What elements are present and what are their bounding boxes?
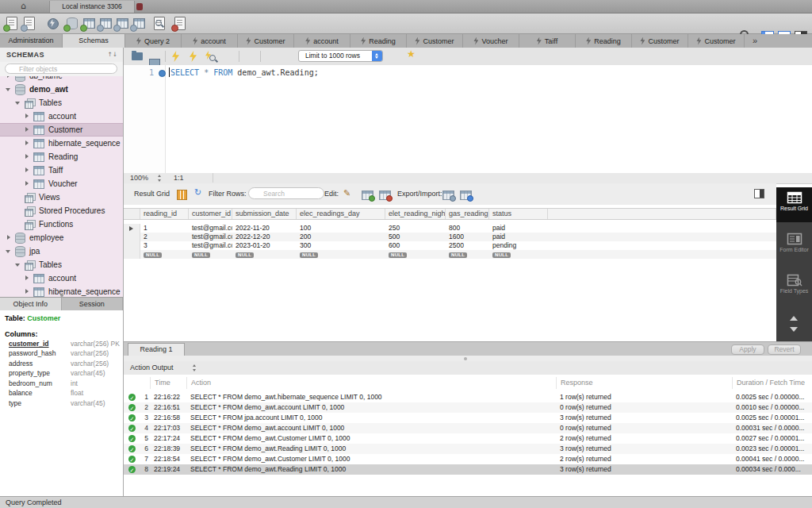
home-icon[interactable]: ⌂ bbox=[21, 1, 26, 11]
collapse-icon[interactable] bbox=[15, 99, 22, 106]
col-reading-id[interactable]: reading_id bbox=[140, 209, 189, 219]
collapse-icon[interactable] bbox=[15, 261, 22, 268]
delete-row-icon[interactable] bbox=[379, 190, 391, 200]
collapse-panel-chevrons-icon[interactable] bbox=[787, 314, 800, 333]
action-row-5[interactable]: ✓522:17:24SELECT * FROM demo_awt.Custome… bbox=[124, 433, 812, 444]
panel-item-field-types[interactable]: Field Types bbox=[776, 270, 812, 306]
tree-item-employee[interactable]: employee bbox=[0, 231, 123, 244]
action-row-8[interactable]: ✓822:19:24SELECT * FROM demo_awt.Reading… bbox=[124, 464, 812, 475]
collapse-icon[interactable] bbox=[6, 86, 13, 93]
apply-button[interactable]: Apply bbox=[731, 344, 764, 355]
schema-filter-input[interactable] bbox=[5, 64, 117, 74]
inspector-icon[interactable] bbox=[46, 17, 60, 30]
tab-reading-1[interactable]: Reading bbox=[350, 34, 407, 48]
tree-item-jpa-tables[interactable]: Tables bbox=[0, 258, 123, 271]
result-filter-input[interactable] bbox=[248, 187, 324, 199]
sql-statement[interactable]: SELECT * FROM demo_awt.Reading; bbox=[170, 68, 319, 77]
open-file-icon[interactable] bbox=[132, 52, 143, 60]
import-records-icon[interactable] bbox=[460, 190, 472, 200]
insert-row-icon[interactable] bbox=[362, 190, 373, 200]
toggle-grid-panel-icon[interactable] bbox=[754, 189, 764, 198]
tab-account-2[interactable]: account bbox=[294, 34, 350, 48]
tab-administration[interactable]: Administration bbox=[0, 34, 63, 48]
refresh-icon[interactable]: ↻ bbox=[194, 187, 201, 198]
tree-item-demo-awt[interactable]: demo_awt bbox=[0, 83, 123, 96]
action-row-4[interactable]: ✓422:17:03SELECT * FROM demo_awt.account… bbox=[124, 423, 812, 433]
col-gas-reading[interactable]: gas_reading bbox=[446, 209, 489, 219]
grid-row-2[interactable]: 2test@gmail.com 2022-12-20200 5001600 pa… bbox=[124, 233, 776, 241]
expand-icon[interactable] bbox=[24, 113, 31, 120]
explain-query-icon[interactable] bbox=[205, 51, 211, 60]
action-row-7[interactable]: ✓722:18:54SELECT * FROM demo_awt.Custome… bbox=[124, 454, 812, 464]
collapse-icon[interactable] bbox=[6, 248, 13, 255]
expand-icon[interactable] bbox=[24, 288, 31, 295]
action-row-2[interactable]: ✓222:16:51SELECT * FROM demo_awt.account… bbox=[124, 402, 812, 413]
tree-item-taiff[interactable]: Taiff bbox=[0, 164, 123, 177]
col-action[interactable]: Action bbox=[186, 377, 556, 389]
execute-current-statement-icon[interactable] bbox=[190, 51, 197, 62]
expand-icon[interactable] bbox=[6, 76, 13, 79]
expand-icon[interactable] bbox=[24, 167, 31, 174]
tab-customer-4[interactable]: Customer bbox=[688, 34, 745, 48]
tree-item-jpa-account[interactable]: account bbox=[0, 271, 123, 285]
col-elet-reading-night[interactable]: elet_reading_night bbox=[385, 209, 446, 219]
create-procedure-icon[interactable] bbox=[115, 17, 129, 30]
col-response[interactable]: Response bbox=[556, 377, 732, 389]
splitter-handle[interactable] bbox=[464, 357, 467, 360]
output-selector-stepper-icon[interactable] bbox=[192, 364, 198, 371]
expand-icon[interactable] bbox=[6, 234, 13, 241]
panel-item-result-grid[interactable]: Result Grid bbox=[776, 187, 812, 222]
output-splitter[interactable] bbox=[124, 356, 812, 361]
tab-voucher[interactable]: Voucher bbox=[463, 34, 519, 48]
tab-customer-3[interactable]: Customer bbox=[632, 34, 688, 48]
tab-overflow-chevron[interactable]: » bbox=[745, 34, 765, 48]
col-customer-id[interactable]: customer_id bbox=[189, 209, 232, 219]
panel-item-form-editor[interactable]: Form Editor bbox=[776, 229, 812, 264]
tree-item-customer[interactable]: Customer bbox=[0, 123, 123, 137]
sql-editor[interactable]: 1 SELECT * FROM demo_awt.Reading; bbox=[124, 65, 812, 173]
tab-query-2[interactable]: Query 2 bbox=[125, 34, 182, 48]
create-schema-icon[interactable] bbox=[65, 17, 79, 30]
tree-item-views[interactable]: Views bbox=[0, 190, 123, 204]
result-tab-reading-1[interactable]: Reading 1 bbox=[128, 343, 185, 356]
expand-icon[interactable] bbox=[24, 275, 31, 282]
col-time[interactable]: Time bbox=[150, 377, 186, 389]
revert-button[interactable]: Revert bbox=[768, 344, 801, 355]
tree-item-stored-procedures[interactable]: Stored Procedures bbox=[0, 204, 123, 217]
action-row-3[interactable]: ✓322:16:58SELECT * FROM jpa.account LIMI… bbox=[124, 413, 812, 423]
tree-item-functions[interactable]: Functions bbox=[0, 217, 123, 231]
zoom-stepper-icon[interactable] bbox=[157, 175, 163, 182]
tab-object-info[interactable]: Object Info bbox=[0, 298, 62, 311]
expand-icon[interactable] bbox=[24, 153, 31, 160]
tab-schemas[interactable]: Schemas bbox=[63, 34, 125, 48]
expand-icon[interactable] bbox=[24, 126, 31, 133]
search-table-data-icon[interactable] bbox=[152, 17, 167, 30]
tab-reading-2[interactable]: Reading bbox=[576, 34, 632, 48]
tree-item-account[interactable]: account bbox=[0, 110, 123, 123]
col-elec-readings-day[interactable]: elec_readings_day bbox=[297, 209, 385, 219]
export-recordset-icon[interactable] bbox=[442, 190, 454, 200]
col-duration[interactable]: Duration / Fetch Time bbox=[732, 377, 812, 389]
new-sql-tab-icon[interactable] bbox=[5, 17, 19, 30]
save-snippet-icon[interactable]: ★ bbox=[407, 48, 416, 60]
tab-customer-2[interactable]: Customer bbox=[407, 34, 463, 48]
open-sql-script-icon[interactable] bbox=[22, 17, 36, 30]
column-visibility-icon[interactable] bbox=[177, 190, 187, 200]
grid-row-1[interactable]: 1test@gmail.com 2022-11-20100 250800 pai… bbox=[124, 224, 776, 233]
tree-item-tables[interactable]: Tables bbox=[0, 96, 123, 110]
tree-item-reading[interactable]: Reading bbox=[0, 150, 123, 164]
tree-item-jpa[interactable]: jpa bbox=[0, 244, 123, 258]
execute-query-icon[interactable] bbox=[172, 51, 179, 62]
expand-icon[interactable] bbox=[24, 180, 31, 187]
create-function-icon[interactable] bbox=[132, 17, 146, 30]
tree-item-hibernate-sequence[interactable]: hibernate_sequence bbox=[0, 137, 123, 150]
tab-taiff[interactable]: Taiff bbox=[519, 34, 576, 48]
create-table-icon[interactable] bbox=[82, 17, 96, 30]
expand-icon[interactable] bbox=[24, 140, 31, 147]
window-tab[interactable]: Local instance 3306 bbox=[49, 1, 135, 13]
tree-item-db-name[interactable]: db_name bbox=[0, 76, 123, 83]
tree-item-voucher[interactable]: Voucher bbox=[0, 177, 123, 190]
reconnect-dbms-icon[interactable] bbox=[173, 17, 187, 30]
grid-row-new[interactable]: NULL NULL NULL NULL NULL NULL NULL bbox=[124, 250, 776, 259]
row-limit-dropdown[interactable]: Limit to 1000 rows bbox=[298, 50, 383, 62]
